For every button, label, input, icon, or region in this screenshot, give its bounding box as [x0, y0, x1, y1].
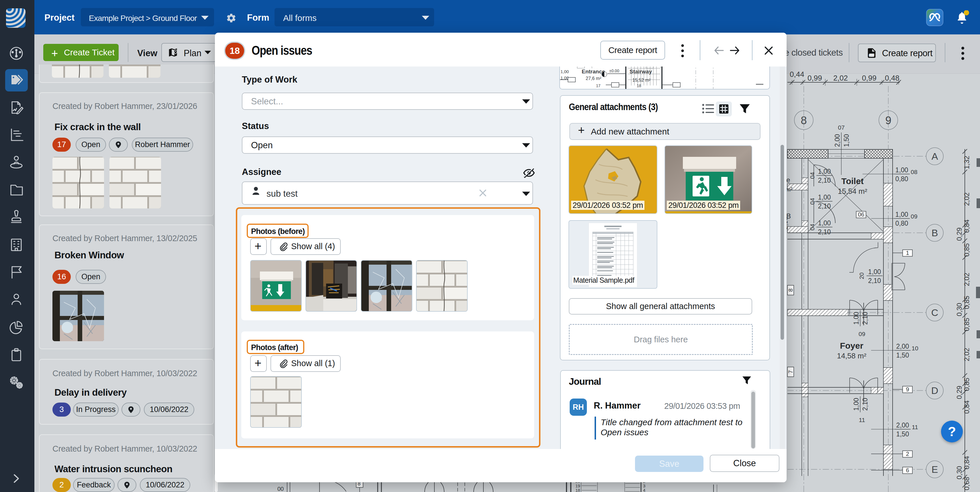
svg-text:04: 04 — [809, 172, 816, 179]
svg-text:7: 7 — [788, 370, 794, 373]
svg-text:0,48: 0,48 — [885, 74, 899, 82]
svg-text:09: 09 — [911, 213, 917, 220]
svg-text:0,85: 0,85 — [963, 377, 970, 391]
svg-text:07: 07 — [838, 124, 845, 131]
svg-text:1,00: 1,00 — [896, 211, 908, 218]
svg-text:PDF: PDF — [869, 54, 875, 57]
svg-text:Entrance: Entrance — [582, 68, 605, 75]
svg-text:0,85: 0,85 — [963, 318, 970, 331]
svg-text:Toilet: Toilet — [841, 176, 864, 186]
svg-text:0,30: 0,30 — [955, 303, 963, 316]
svg-text:1,00: 1,00 — [853, 398, 860, 411]
svg-text:1,00: 1,00 — [818, 194, 831, 201]
svg-text:2,10: 2,10 — [818, 202, 831, 210]
svg-text:0,44: 0,44 — [790, 70, 804, 78]
svg-text:0,85: 0,85 — [963, 296, 970, 309]
svg-text:18: 18 — [637, 83, 641, 88]
svg-text:0,99: 0,99 — [808, 74, 822, 82]
svg-text:1,50: 1,50 — [843, 134, 850, 147]
svg-text:1,32: 1,32 — [963, 156, 970, 169]
svg-text:0,29: 0,29 — [955, 385, 963, 399]
svg-text:00: 00 — [277, 486, 284, 492]
svg-text:14,58 m²: 14,58 m² — [837, 352, 867, 360]
svg-text:10: 10 — [912, 345, 918, 352]
svg-text:2: 2 — [906, 451, 909, 457]
svg-text:1: 1 — [906, 250, 909, 256]
svg-text:2,10: 2,10 — [861, 312, 869, 325]
svg-text:B: B — [932, 228, 938, 238]
svg-text:1,00: 1,00 — [818, 168, 831, 175]
svg-text:2,02: 2,02 — [833, 74, 848, 82]
svg-text:2,00: 2,00 — [896, 342, 909, 350]
svg-text:1,50: 1,50 — [896, 352, 909, 359]
svg-text:6: 6 — [906, 467, 909, 473]
svg-text:1,00: 1,00 — [896, 166, 908, 174]
svg-text:4: 4 — [643, 488, 645, 492]
svg-text:17: 17 — [596, 83, 601, 88]
svg-text:Stairway: Stairway — [630, 68, 652, 75]
svg-text:08: 08 — [911, 169, 917, 175]
svg-text:2,10: 2,10 — [818, 228, 831, 236]
svg-text:18: 18 — [575, 488, 580, 492]
svg-text:2,02: 2,02 — [963, 273, 970, 286]
svg-text:9: 9 — [885, 115, 891, 126]
svg-text:1,00: 1,00 — [818, 219, 831, 227]
svg-text:15,52 m²: 15,52 m² — [632, 78, 651, 83]
svg-text:m²: m² — [786, 186, 792, 193]
svg-text:0,84: 0,84 — [963, 219, 970, 233]
svg-text:Foyer: Foyer — [840, 341, 863, 350]
svg-text:11: 11 — [912, 424, 918, 430]
svg-text:0,85: 0,85 — [963, 243, 970, 256]
svg-text:27,6 m²: 27,6 m² — [586, 76, 601, 81]
svg-text:2,00: 2,00 — [896, 422, 909, 429]
svg-text:1,50: 1,50 — [896, 430, 909, 438]
svg-text:0,99: 0,99 — [862, 74, 877, 82]
svg-text:20: 20 — [858, 272, 865, 279]
svg-text:0,30: 0,30 — [955, 466, 963, 479]
svg-text:2,02: 2,02 — [963, 348, 970, 361]
svg-text:15,54 m²: 15,54 m² — [838, 187, 867, 196]
svg-text:1,00: 1,00 — [853, 312, 860, 325]
svg-text:A: A — [932, 151, 938, 162]
svg-text:0,80: 0,80 — [896, 220, 908, 227]
svg-text:e: e — [786, 176, 790, 184]
svg-text:2,10: 2,10 — [861, 398, 869, 411]
svg-text:11: 11 — [859, 417, 865, 423]
svg-text:9: 9 — [906, 386, 909, 393]
svg-text:0,84: 0,84 — [963, 456, 970, 469]
svg-text:0,80: 0,80 — [896, 175, 908, 183]
svg-text:C: C — [931, 307, 939, 318]
svg-text:2,10: 2,10 — [818, 177, 831, 184]
svg-text:0,84: 0,84 — [963, 400, 970, 414]
svg-text:04: 04 — [809, 198, 816, 205]
svg-text:0,68: 0,68 — [963, 477, 970, 490]
svg-text:D: D — [931, 385, 939, 396]
svg-text:2,00: 2,00 — [834, 134, 841, 147]
svg-text:0,29: 0,29 — [955, 228, 963, 241]
svg-text:1,00: 1,00 — [868, 268, 881, 275]
svg-text:2,10: 2,10 — [868, 277, 881, 284]
svg-text:2,02: 2,02 — [963, 193, 970, 206]
svg-text:8: 8 — [788, 288, 794, 291]
svg-text:1,00: 1,00 — [560, 69, 569, 74]
svg-text:06: 06 — [858, 211, 864, 218]
svg-text:09: 09 — [859, 331, 865, 337]
svg-text:E: E — [932, 464, 938, 475]
svg-text:04: 04 — [809, 224, 816, 231]
svg-text:±0.00: ±0.00 — [609, 68, 619, 73]
svg-text:8: 8 — [800, 115, 807, 126]
